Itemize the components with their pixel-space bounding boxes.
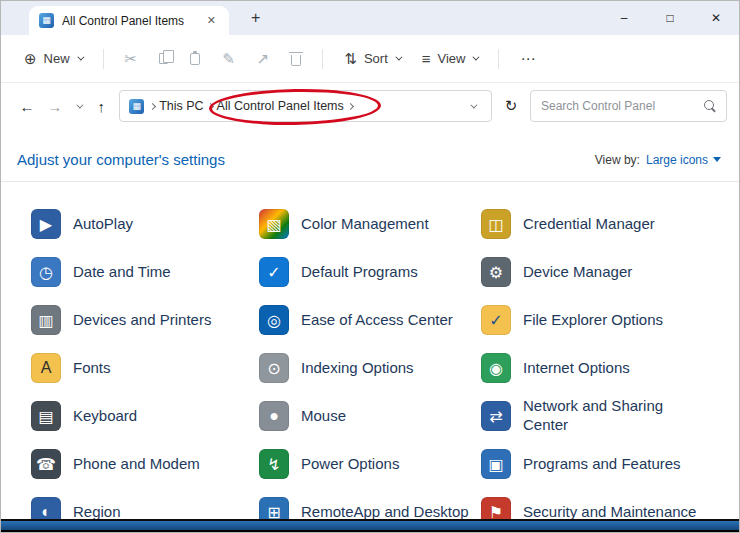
maximize-button[interactable]: □ bbox=[647, 1, 693, 35]
copy-icon bbox=[159, 53, 168, 64]
address-history-button[interactable] bbox=[462, 91, 482, 121]
internet-options-icon: ◉ bbox=[481, 353, 511, 383]
tab-close-icon[interactable]: ✕ bbox=[202, 12, 221, 29]
sort-button-label: Sort bbox=[364, 52, 388, 65]
copy-button[interactable] bbox=[149, 46, 178, 71]
sort-button[interactable]: ⇅Sort bbox=[334, 44, 409, 73]
back-button[interactable]: ← bbox=[13, 91, 41, 121]
address-box[interactable]: ▦ This PCAll Control Panel Items bbox=[119, 90, 492, 122]
search-box[interactable] bbox=[530, 90, 727, 122]
content: Adjust your computer's settings View by:… bbox=[1, 129, 739, 533]
chevron-down-icon bbox=[473, 54, 480, 61]
credential-manager-icon: ◫ bbox=[481, 209, 511, 239]
share-icon: ↗ bbox=[257, 51, 270, 66]
toolbar-separator bbox=[322, 49, 323, 69]
paste-button[interactable] bbox=[180, 46, 210, 72]
recent-locations-button[interactable] bbox=[69, 91, 88, 121]
control-panel-item[interactable]: ▶AutoPlay bbox=[31, 209, 259, 239]
view-by-value: Large icons bbox=[646, 153, 708, 167]
view-button[interactable]: ≡View bbox=[412, 44, 488, 73]
control-panel-item-label: Fonts bbox=[73, 359, 111, 378]
view-by-label: View by: bbox=[595, 153, 640, 167]
color-management-icon: ▧ bbox=[259, 209, 289, 239]
forward-button[interactable]: → bbox=[41, 91, 69, 121]
control-panel-item-label: Default Programs bbox=[301, 263, 418, 282]
device-manager-icon: ⚙ bbox=[481, 257, 511, 287]
control-panel-item-label: Device Manager bbox=[523, 263, 632, 282]
control-panel-item[interactable]: ▣Programs and Features bbox=[481, 449, 721, 479]
control-panel-item[interactable]: ▧Color Management bbox=[259, 209, 481, 239]
control-panel-item-label: Date and Time bbox=[73, 263, 171, 282]
control-panel-item[interactable]: ◷Date and Time bbox=[31, 257, 259, 287]
breadcrumb-item[interactable]: This PC bbox=[155, 97, 207, 115]
plus-circle-icon: ⊕ bbox=[24, 51, 37, 66]
control-panel-item[interactable]: ↯Power Options bbox=[259, 449, 481, 479]
programs-and-features-icon: ▣ bbox=[481, 449, 511, 479]
delete-button[interactable] bbox=[281, 44, 311, 73]
caret-down-icon bbox=[713, 157, 721, 162]
control-panel-item[interactable]: ⇄Network and Sharing Center bbox=[481, 397, 721, 435]
titlebar: ▦ All Control Panel Items ✕ + – □ ✕ bbox=[1, 1, 739, 35]
ellipsis-icon: ⋯ bbox=[520, 51, 535, 66]
content-header: Adjust your computer's settings View by:… bbox=[1, 129, 739, 168]
chevron-right-icon bbox=[348, 104, 353, 109]
autoplay-icon: ▶ bbox=[31, 209, 61, 239]
default-programs-icon: ✓ bbox=[259, 257, 289, 287]
rename-button[interactable]: ✎ bbox=[212, 44, 245, 73]
control-panel-item[interactable]: ⊙Indexing Options bbox=[259, 353, 481, 383]
chevron-down-icon bbox=[77, 54, 84, 61]
close-button[interactable]: ✕ bbox=[693, 1, 739, 35]
control-panel-item[interactable]: ☎Phone and Modem bbox=[31, 449, 259, 479]
control-panel-item[interactable]: ▤Keyboard bbox=[31, 401, 259, 431]
chevron-down-icon bbox=[395, 54, 402, 61]
file-explorer-options-icon: ✓ bbox=[481, 305, 511, 335]
more-button[interactable]: ⋯ bbox=[510, 44, 545, 73]
chevron-down-icon bbox=[76, 101, 83, 108]
breadcrumb-item[interactable]: All Control Panel Items bbox=[213, 97, 348, 115]
date-and-time-icon: ◷ bbox=[31, 257, 61, 287]
breadcrumb: This PCAll Control Panel Items bbox=[150, 97, 353, 115]
search-icon bbox=[704, 100, 716, 113]
view-by-dropdown[interactable]: Large icons bbox=[646, 153, 721, 167]
chevron-right-icon bbox=[208, 104, 213, 109]
control-panel-item-label: Programs and Features bbox=[523, 455, 681, 474]
control-panel-item[interactable]: AFonts bbox=[31, 353, 259, 383]
control-panel-item[interactable]: ◫Credential Manager bbox=[481, 209, 721, 239]
minimize-button[interactable]: – bbox=[601, 1, 647, 35]
sort-arrows-icon: ⇅ bbox=[344, 51, 357, 66]
scissors-icon: ✂ bbox=[125, 51, 138, 66]
toolbar: ⊕New✂✎↗⇅Sort≡View⋯ bbox=[1, 35, 739, 83]
refresh-button[interactable]: ↻ bbox=[497, 91, 525, 121]
new-button[interactable]: ⊕New bbox=[14, 44, 92, 73]
control-panel-item-label: Indexing Options bbox=[301, 359, 414, 378]
tab-all-control-panel-items[interactable]: ▦ All Control Panel Items ✕ bbox=[29, 6, 229, 35]
addressbar: ← → ↑ ▦ This PCAll Control Panel Items ↻ bbox=[1, 83, 739, 129]
share-button[interactable]: ↗ bbox=[247, 44, 280, 73]
control-panel-item[interactable]: ◎Ease of Access Center bbox=[259, 305, 481, 335]
rename-pencil-icon: ✎ bbox=[222, 51, 235, 66]
network-sharing-icon: ⇄ bbox=[481, 401, 511, 431]
phone-and-modem-icon: ☎ bbox=[31, 449, 61, 479]
power-options-icon: ↯ bbox=[259, 449, 289, 479]
control-panel-item[interactable]: ✓File Explorer Options bbox=[481, 305, 721, 335]
up-button[interactable]: ↑ bbox=[87, 91, 115, 121]
trash-icon bbox=[291, 55, 301, 66]
control-panel-item[interactable]: ▥Devices and Printers bbox=[31, 305, 259, 335]
ease-of-access-icon: ◎ bbox=[259, 305, 289, 335]
toolbar-separator bbox=[103, 49, 104, 69]
control-panel-item[interactable]: ✓Default Programs bbox=[259, 257, 481, 287]
control-panel-item-label: Credential Manager bbox=[523, 215, 655, 234]
bottom-blue-strip bbox=[1, 519, 739, 532]
control-panel-item-label: Mouse bbox=[301, 407, 346, 426]
cut-button[interactable]: ✂ bbox=[115, 44, 148, 73]
control-panel-item[interactable]: ◉Internet Options bbox=[481, 353, 721, 383]
control-panel-icon: ▦ bbox=[39, 13, 54, 28]
search-input[interactable] bbox=[541, 99, 696, 113]
control-panel-item[interactable]: ⚙Device Manager bbox=[481, 257, 721, 287]
control-panel-item[interactable]: ●Mouse bbox=[259, 401, 481, 431]
fonts-icon: A bbox=[31, 353, 61, 383]
new-tab-button[interactable]: + bbox=[243, 9, 268, 27]
explorer-window: ▦ All Control Panel Items ✕ + – □ ✕ ⊕New… bbox=[0, 0, 740, 533]
chevron-down-icon bbox=[470, 101, 477, 108]
view-button-label: View bbox=[438, 52, 466, 65]
